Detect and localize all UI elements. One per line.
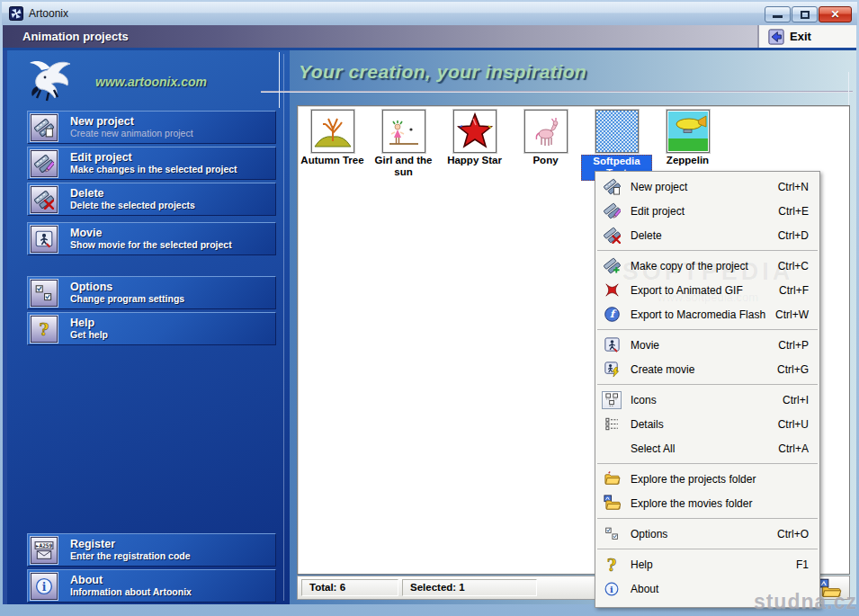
sidebar-item-movie[interactable]: MovieShow movie for the selected project xyxy=(27,222,276,255)
menu-item-create-movie[interactable]: Create movie Ctrl+G xyxy=(595,357,819,381)
menu-item-export-flash[interactable]: f Export to Macromedia Flash Ctrl+W xyxy=(595,302,819,326)
project-item-autumn-tree[interactable]: Autumn Tree xyxy=(297,105,368,166)
menu-item-make-copy[interactable]: Make copy of the project Ctrl+C xyxy=(595,254,819,278)
menu-item-shortcut: Ctrl+C xyxy=(778,260,819,272)
project-item-happy-star[interactable]: Happy Star xyxy=(439,105,510,166)
about-icon: i xyxy=(602,580,622,598)
movie-icon xyxy=(31,226,58,253)
menu-item-shortcut: Ctrl+E xyxy=(778,205,819,218)
sidebar-item-edit-project[interactable]: Edit projectMake changes in the selected… xyxy=(27,147,276,180)
project-label: Autumn Tree xyxy=(297,155,368,166)
menu-item-export-gif[interactable]: Export to Animated GIF Ctrl+F xyxy=(595,278,819,302)
folder-open-icon xyxy=(602,470,622,488)
minimize-button[interactable] xyxy=(765,6,791,22)
menu-item-about[interactable]: i About xyxy=(595,576,819,601)
sidebar-item-options[interactable]: OptionsChange program settings xyxy=(27,276,276,309)
project-item-pony[interactable]: Pony xyxy=(510,105,581,166)
options-icon xyxy=(602,525,622,543)
project-thumbnail xyxy=(382,110,425,153)
artoonix-logo xyxy=(23,56,79,108)
sidebar-item-subtitle: Delete the selected projects xyxy=(70,200,195,211)
menu-item-label: Edit project xyxy=(631,205,778,218)
sidebar-item-subtitle: Create new animation project xyxy=(70,128,193,139)
menu-item-select-all[interactable]: Select All Ctrl+A xyxy=(595,436,819,460)
sidebar-item-about[interactable]: i AboutInformation about Artoonix xyxy=(27,569,276,603)
menu-item-label: Movie xyxy=(631,339,778,352)
gif-export-icon xyxy=(602,281,622,299)
film-new-icon xyxy=(602,178,622,196)
menu-separator xyxy=(597,329,818,330)
film-delete-icon xyxy=(602,227,622,245)
maximize-button[interactable] xyxy=(792,6,818,22)
menu-item-label: Details xyxy=(631,418,778,431)
menu-item-label: Create movie xyxy=(631,363,777,376)
menu-item-help[interactable]: ? Help F1 xyxy=(595,552,819,576)
menu-separator xyxy=(597,463,818,464)
movies-folder-button[interactable] xyxy=(819,578,842,598)
sidebar-item-title: Movie xyxy=(70,228,232,239)
project-thumbnail xyxy=(453,110,497,153)
sidebar-item-title: Edit project xyxy=(70,152,237,164)
svg-text:?: ? xyxy=(40,319,49,339)
flash-icon: f xyxy=(602,306,622,324)
status-selected: Selected: 1 xyxy=(402,579,537,596)
menu-separator xyxy=(597,384,818,385)
decor-vline-left xyxy=(279,52,280,108)
menu-item-delete[interactable]: Delete Ctrl+D xyxy=(595,223,819,247)
about-icon: i xyxy=(31,573,58,600)
menu-item-label: About xyxy=(631,583,809,595)
menu-item-details-view[interactable]: Details Ctrl+U xyxy=(595,412,819,436)
create-movie-icon xyxy=(602,361,622,379)
sidebar-item-delete[interactable]: DeleteDelete the selected projects xyxy=(27,183,276,216)
project-item-softpedia-test[interactable]: Softpedia Test xyxy=(581,105,652,181)
project-item-zeppelin[interactable]: Zeppelin xyxy=(652,105,723,166)
menu-item-explore-projects-folder[interactable]: Explore the projects folder xyxy=(595,467,819,491)
menu-item-label: Icons xyxy=(631,394,783,406)
menu-item-options[interactable]: Options Ctrl+O xyxy=(595,522,819,546)
movie-icon xyxy=(602,336,622,354)
menu-item-icons-view[interactable]: Icons Ctrl+I xyxy=(595,388,819,412)
menu-item-new-project[interactable]: New project Ctrl+N xyxy=(595,174,819,199)
title-bar: Artoonix ✕ xyxy=(2,2,857,25)
project-label: Zeppelin xyxy=(652,155,723,166)
sidebar-item-title: About xyxy=(70,575,192,586)
exit-button[interactable]: Exit xyxy=(757,25,856,48)
menu-separator xyxy=(597,518,818,519)
menu-item-label: Explore the movies folder xyxy=(631,497,809,510)
context-menu: SOFTPEDIA www.softpedia.com New project … xyxy=(595,171,820,608)
sidebar-item-subtitle: Get help xyxy=(70,329,108,341)
sidebar-item-new-project[interactable]: New projectCreate new animation project xyxy=(27,111,276,144)
toolbar-title: Animation projects xyxy=(3,30,129,43)
menu-item-explore-movies-folder[interactable]: Explore the movies folder xyxy=(595,491,819,515)
site-link[interactable]: www.artoonix.com xyxy=(95,75,207,89)
sidebar-item-register[interactable]: ►A259 RegisterEnter the registration cod… xyxy=(27,533,276,567)
sidebar-item-help[interactable]: ? HelpGet help xyxy=(27,312,276,345)
menu-item-shortcut: Ctrl+U xyxy=(778,418,819,431)
sidebar-item-subtitle: Make changes in the selected project xyxy=(70,164,237,175)
slogan: Your creation, your inspiration xyxy=(299,61,586,83)
project-thumbnail-selected xyxy=(595,110,639,153)
svg-text:?: ? xyxy=(607,556,617,574)
menu-item-label: Options xyxy=(631,528,777,540)
help-icon: ? xyxy=(31,316,58,343)
menu-item-edit-project[interactable]: Edit project Ctrl+E xyxy=(595,199,819,223)
sidebar-item-subtitle: Information about Artoonix xyxy=(70,586,192,598)
register-icon: ►A259 xyxy=(31,537,58,564)
project-item-girl-and-the-sun[interactable]: Girl and the sun xyxy=(368,105,439,178)
menu-item-shortcut: Ctrl+D xyxy=(778,229,819,242)
sidebar-item-subtitle: Enter the registration code xyxy=(70,550,191,562)
window-title: Artoonix xyxy=(29,7,68,20)
toolbar: Animation projects Exit xyxy=(3,25,856,48)
menu-item-movie[interactable]: Movie Ctrl+P xyxy=(595,333,819,357)
icons-view-icon xyxy=(602,391,622,409)
sidebar-item-title: Delete xyxy=(70,188,195,200)
menu-item-label: Export to Animated GIF xyxy=(631,284,779,297)
menu-item-shortcut: Ctrl+I xyxy=(783,394,819,406)
menu-item-shortcut: Ctrl+A xyxy=(778,442,819,455)
options-icon xyxy=(31,280,58,307)
close-button[interactable]: ✕ xyxy=(819,6,852,22)
sidebar-item-title: New project xyxy=(70,116,193,128)
menu-item-shortcut: Ctrl+G xyxy=(777,363,819,376)
movies-folder-icon xyxy=(602,495,622,513)
sidebar-item-title: Register xyxy=(70,539,191,550)
